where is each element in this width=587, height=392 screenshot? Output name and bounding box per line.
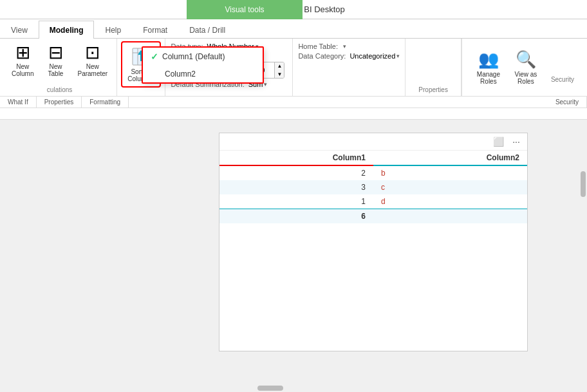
security-group: 👥 ManageRoles 🔍 View asRoles Security: [461, 39, 552, 96]
row2-col2: c: [373, 180, 527, 194]
section-label-row: [0, 108, 587, 120]
default-sum-arrow: ▾: [264, 81, 267, 88]
new-column-icon: ⊞: [15, 44, 30, 62]
ribbon: ⊞ NewColumn ⊟ NewTable ⊡ NewParameter cu…: [0, 39, 587, 97]
home-table-dropdown[interactable]: ▾: [342, 43, 346, 50]
table-row: 2 b: [219, 165, 527, 180]
new-parameter-icon: ⊡: [85, 44, 100, 62]
home-table-arrow: ▾: [343, 43, 346, 50]
data-table-container: ⬜ ··· Column1 Column2 2 b 3 c: [219, 133, 528, 351]
data-category-arrow: ▾: [396, 53, 400, 59]
new-table-icon: ⊟: [48, 44, 63, 62]
tab-row: View Modeling Help Format Data / Drill: [0, 19, 587, 39]
new-column-button[interactable]: ⊞ NewColumn: [6, 41, 39, 80]
spin-down[interactable]: ▼: [275, 70, 284, 79]
table-toolbar: ⬜ ···: [219, 133, 527, 151]
total-value: 6: [219, 209, 373, 224]
view-as-roles-button[interactable]: 🔍 View asRoles: [510, 47, 542, 88]
table-row: 1 d: [219, 194, 527, 209]
more-options-button[interactable]: ···: [509, 135, 523, 149]
manage-roles-icon: 👥: [478, 50, 499, 70]
h-scroll-thumb[interactable]: [257, 386, 283, 391]
main-content: ⬜ ··· Column1 Column2 2 b 3 c: [0, 120, 587, 392]
table-row: 3 c: [219, 180, 527, 194]
sub-tab-formatting[interactable]: Formatting: [82, 97, 129, 107]
ribbon-group-calculations: ⊞ NewColumn ⊟ NewTable ⊡ NewParameter cu…: [3, 39, 117, 96]
view-as-roles-label: View asRoles: [514, 71, 537, 85]
sort-check-icon: ✓: [151, 51, 158, 62]
sub-tab-security[interactable]: Security: [548, 97, 587, 107]
tab-view[interactable]: View: [0, 21, 39, 39]
home-table-group: Home Table: ▾ Data Category: Uncategoriz…: [293, 39, 405, 96]
sort-option-column1[interactable]: ✓ Column1 (Default): [143, 48, 263, 66]
sub-tab-row: What If Properties Formatting Security: [0, 97, 587, 108]
properties-section-label: Properties: [418, 86, 448, 96]
visual-tools-label: Visual tools: [187, 0, 303, 19]
manage-roles-button[interactable]: 👥 ManageRoles: [472, 47, 505, 88]
title-bar: Visual tools Untitled - Power BI Desktop: [0, 0, 587, 19]
sub-tab-whatif[interactable]: What If: [0, 97, 37, 107]
row1-col1: 2: [219, 165, 373, 180]
col1-header: Column1: [219, 151, 373, 165]
calculations-label: culations: [47, 85, 72, 93]
row3-col1: 1: [219, 194, 373, 209]
tab-help[interactable]: Help: [94, 21, 132, 39]
expand-button[interactable]: ⬜: [491, 135, 505, 149]
security-label: Security: [551, 76, 574, 83]
horizontal-scrollbar[interactable]: [219, 384, 528, 392]
vertical-scrollbar[interactable]: [579, 133, 587, 351]
sort-option-column2[interactable]: Column2: [143, 66, 263, 82]
row3-col2: d: [373, 194, 527, 209]
total-col2: [373, 209, 527, 224]
tab-modeling[interactable]: Modeling: [39, 21, 95, 39]
manage-roles-label: ManageRoles: [477, 71, 500, 85]
data-category-label: Data Category:: [298, 52, 346, 60]
sort-dropdown-popup: ✓ Column1 (Default) Column2: [142, 46, 264, 84]
new-table-button[interactable]: ⊟ NewTable: [41, 41, 70, 80]
new-parameter-button[interactable]: ⊡ NewParameter: [72, 41, 113, 80]
home-table-label: Home Table:: [298, 42, 338, 50]
spinners: ▲ ▼: [274, 62, 284, 79]
row1-col2: b: [373, 165, 527, 180]
total-row: 6: [219, 209, 527, 224]
view-as-roles-icon: 🔍: [516, 50, 536, 70]
tab-data-drill[interactable]: Data / Drill: [178, 21, 236, 39]
col2-header: Column2: [373, 151, 527, 165]
sub-tab-properties2[interactable]: Properties: [37, 97, 82, 107]
spin-up[interactable]: ▲: [275, 62, 284, 70]
data-category-value: Uncategorized: [349, 52, 395, 60]
sort-option-column1-label: Column1 (Default): [162, 52, 225, 61]
data-category-dropdown[interactable]: Uncategorized ▾: [349, 52, 400, 60]
tab-format[interactable]: Format: [132, 21, 178, 39]
data-table: Column1 Column2 2 b 3 c 1 d 6: [219, 151, 527, 223]
row2-col1: 3: [219, 180, 373, 194]
v-scroll-thumb[interactable]: [581, 171, 586, 197]
sub-tab-spacer: [129, 97, 548, 107]
sort-option-column2-label: Column2: [165, 70, 196, 79]
